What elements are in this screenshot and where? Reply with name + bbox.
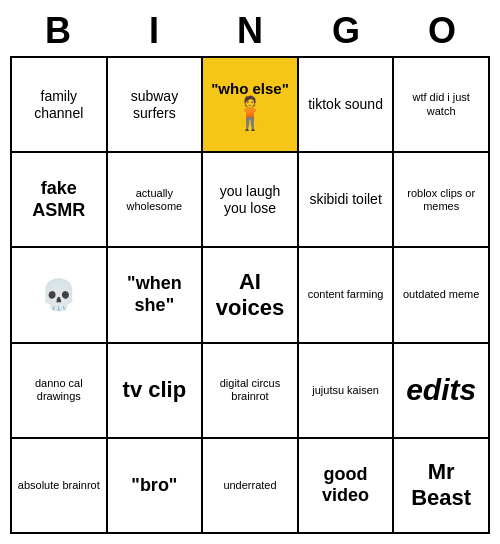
cell-r3c2[interactable]: digital circus brainrot [203, 344, 299, 439]
cell-text: underrated [223, 479, 276, 492]
cell-text: outdated meme [403, 288, 479, 301]
cell-text: absolute brainrot [18, 479, 100, 492]
cell-text: "when she" [112, 273, 198, 316]
cell-r2c4[interactable]: outdated meme [394, 248, 490, 343]
bingo-header: B I N G O [10, 10, 490, 52]
cell-r1c2[interactable]: you laugh you lose [203, 153, 299, 248]
letter-o: O [394, 10, 490, 52]
cell-text: "bro" [131, 475, 177, 497]
cell-r2c0[interactable]: 💀 [12, 248, 108, 343]
cell-text: subway surfers [112, 88, 198, 122]
cell-text: you laugh you lose [207, 183, 293, 217]
cell-r1c4[interactable]: roblox clips or memes [394, 153, 490, 248]
cell-text: AI voices [207, 269, 293, 322]
cell-r3c3[interactable]: jujutsu kaisen [299, 344, 395, 439]
cell-r2c3[interactable]: content farming [299, 248, 395, 343]
cell-text: content farming [308, 288, 384, 301]
bingo-grid: family channel subway surfers "who else"… [10, 56, 490, 534]
cell-r3c4[interactable]: edits [394, 344, 490, 439]
cell-text: tv clip [123, 377, 187, 403]
letter-g: G [298, 10, 394, 52]
cell-r4c0[interactable]: absolute brainrot [12, 439, 108, 534]
cell-r3c0[interactable]: danno cal drawings [12, 344, 108, 439]
mrbeast-label: Mr Beast [398, 459, 484, 511]
cell-text: jujutsu kaisen [312, 384, 379, 397]
cell-text: skibidi toilet [309, 191, 381, 208]
cell-text: roblox clips or memes [398, 187, 484, 213]
cell-r0c0[interactable]: family channel [12, 58, 108, 153]
cell-text: digital circus brainrot [207, 377, 293, 403]
cell-r0c3[interactable]: tiktok sound [299, 58, 395, 153]
who-else-figure: 🧍 [230, 97, 270, 129]
cell-r0c4[interactable]: wtf did i just watch [394, 58, 490, 153]
cell-r2c2[interactable]: AI voices [203, 248, 299, 343]
cell-text: tiktok sound [308, 96, 383, 113]
cell-text: fake ASMR [16, 178, 102, 221]
cell-r2c1[interactable]: "when she" [108, 248, 204, 343]
cell-r1c0[interactable]: fake ASMR [12, 153, 108, 248]
letter-i: I [106, 10, 202, 52]
who-else-label: "who else" [211, 80, 289, 97]
cell-r4c2[interactable]: underrated [203, 439, 299, 534]
cell-r0c1[interactable]: subway surfers [108, 58, 204, 153]
cell-r4c1[interactable]: "bro" [108, 439, 204, 534]
cell-r3c1[interactable]: tv clip [108, 344, 204, 439]
cell-r0c2[interactable]: "who else" 🧍 [203, 58, 299, 153]
skull-icon: 💀 [40, 277, 77, 312]
cell-r1c1[interactable]: actually wholesome [108, 153, 204, 248]
cell-r1c3[interactable]: skibidi toilet [299, 153, 395, 248]
cell-text: good video [303, 464, 389, 507]
letter-b: B [10, 10, 106, 52]
cell-text: family channel [16, 88, 102, 122]
letter-n: N [202, 10, 298, 52]
cell-text: wtf did i just watch [398, 91, 484, 117]
cell-r4c4[interactable]: Mr Beast [394, 439, 490, 534]
cell-text: actually wholesome [112, 187, 198, 213]
edits-label: edits [406, 373, 476, 407]
cell-r4c3[interactable]: good video [299, 439, 395, 534]
cell-text: danno cal drawings [16, 377, 102, 403]
